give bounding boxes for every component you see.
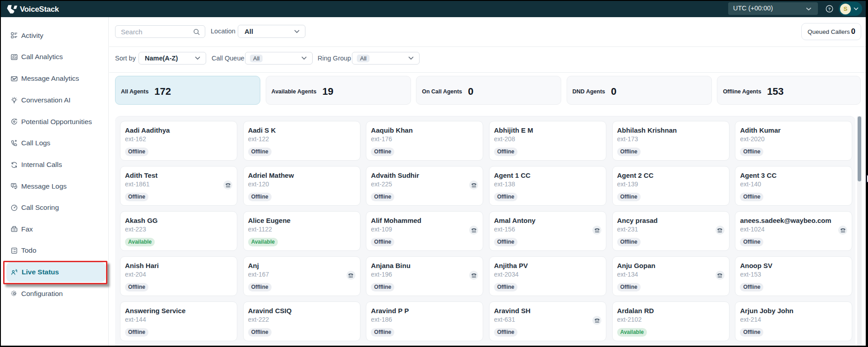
svg-text:?: ? [828, 6, 831, 11]
